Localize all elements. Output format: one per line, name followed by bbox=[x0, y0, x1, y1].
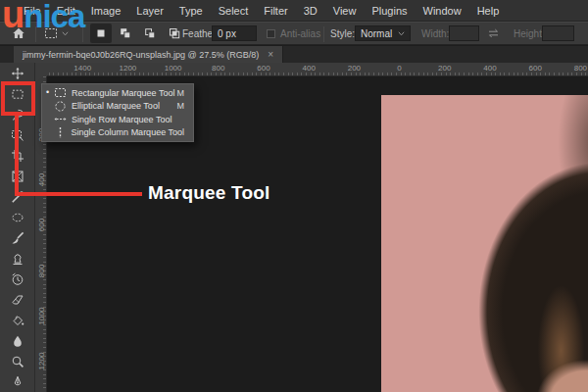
ruler-corner bbox=[35, 63, 47, 76]
vertical-ruler-label: 400 bbox=[37, 168, 46, 193]
style-label: Style: bbox=[330, 28, 355, 39]
document-tab-title: jimmy-fermin-bqe0J0b26RQ-unsplash.jpg @ … bbox=[23, 50, 259, 60]
flyout-item-label: Single Row Marquee Tool bbox=[72, 115, 172, 124]
horizontal-ruler-label: 400 bbox=[303, 64, 316, 73]
menu-bar: FileEditImageLayerTypeSelectFilter3DView… bbox=[0, 0, 588, 22]
swap-dimensions-icon[interactable] bbox=[487, 27, 500, 39]
chevron-down-icon bbox=[398, 31, 405, 36]
menu-item-select[interactable]: Select bbox=[211, 5, 257, 17]
selection-mode-buttons bbox=[90, 23, 185, 44]
horizontal-ruler-label: 1200 bbox=[119, 64, 136, 73]
flyout-item-shortcut: M bbox=[177, 88, 188, 98]
dodge-tool[interactable] bbox=[5, 351, 30, 371]
height-label: Height: bbox=[514, 28, 545, 39]
history-brush-tool[interactable] bbox=[5, 269, 30, 289]
flyout-item-single-column-marquee-tool[interactable]: Single Column Marquee Tool bbox=[42, 126, 193, 140]
horizontal-ruler-label: 600 bbox=[529, 64, 542, 73]
eraser-icon bbox=[11, 293, 24, 307]
paint-bucket-icon bbox=[11, 314, 24, 327]
width-label: Width: bbox=[421, 28, 449, 39]
tab-close-icon[interactable]: × bbox=[268, 49, 273, 60]
style-dropdown[interactable]: Normal bbox=[355, 25, 411, 41]
flyout-item-label: Single Column Marquee Tool bbox=[72, 127, 184, 137]
menu-item-layer[interactable]: Layer bbox=[128, 5, 172, 17]
watermark-letter-u: u bbox=[2, 0, 24, 35]
vertical-ruler-label: 600 bbox=[37, 213, 46, 238]
flyout-item-elliptical-marquee-tool[interactable]: Elliptical Marquee ToolM bbox=[42, 100, 193, 114]
width-input[interactable] bbox=[449, 25, 479, 41]
horizontal-ruler-label: 200 bbox=[438, 64, 451, 73]
subtract-from-selection-icon bbox=[144, 27, 156, 39]
eraser-tool[interactable] bbox=[5, 289, 30, 310]
pen-tool[interactable] bbox=[5, 371, 30, 392]
add-to-selection-button[interactable] bbox=[115, 24, 136, 43]
horizontal-ruler-label: 1000 bbox=[165, 64, 182, 73]
menu-item-view[interactable]: View bbox=[325, 5, 365, 17]
horizontal-ruler-label: 400 bbox=[483, 64, 496, 73]
marquee-tool-flyout-menu: •Rectangular Marquee ToolMElliptical Mar… bbox=[41, 83, 194, 142]
horizontal-ruler-label: 0 bbox=[397, 64, 401, 73]
menu-item-type[interactable]: Type bbox=[172, 5, 211, 17]
blur-icon bbox=[11, 334, 24, 348]
feather-input[interactable]: 0 px bbox=[212, 25, 257, 41]
style-value: Normal bbox=[361, 28, 392, 39]
rectangular-marquee-icon bbox=[54, 86, 67, 99]
single-column-marquee-icon bbox=[54, 126, 67, 139]
brush-icon bbox=[11, 231, 24, 245]
options-separator bbox=[323, 26, 324, 42]
menu-item-filter[interactable]: Filter bbox=[256, 5, 295, 17]
photoshop-window: FileEditImageLayerTypeSelectFilter3DView… bbox=[0, 0, 588, 392]
menu-item-plugins[interactable]: Plugins bbox=[364, 5, 415, 17]
blur-tool[interactable] bbox=[5, 330, 30, 351]
horizontal-ruler-label: 600 bbox=[257, 64, 270, 73]
anti-alias-checkbox[interactable] bbox=[267, 29, 275, 38]
spot-healing-tool[interactable] bbox=[5, 208, 30, 228]
menu-item-window[interactable]: Window bbox=[416, 5, 469, 17]
new-selection-icon bbox=[95, 27, 107, 39]
vertical-ruler-label: 800 bbox=[37, 258, 46, 283]
dodge-icon bbox=[11, 355, 24, 368]
new-selection-button[interactable] bbox=[90, 24, 112, 43]
menu-item-image[interactable]: Image bbox=[83, 5, 129, 17]
flyout-item-single-row-marquee-tool[interactable]: Single Row Marquee Tool bbox=[42, 113, 193, 126]
flyout-item-label: Rectangular Marquee Tool bbox=[72, 88, 174, 98]
height-input[interactable] bbox=[542, 25, 574, 41]
menu-bar-items: FileEditImageLayerTypeSelectFilter3DView… bbox=[16, 5, 507, 17]
document-tab[interactable]: jimmy-fermin-bqe0J0b26RQ-unsplash.jpg @ … bbox=[14, 46, 283, 63]
spot-healing-icon bbox=[11, 211, 24, 224]
intersect-selection-icon bbox=[169, 27, 180, 39]
unica-watermark-logo: unica bbox=[2, 0, 84, 36]
subtract-from-selection-button[interactable] bbox=[139, 24, 161, 43]
anti-alias-label: Anti-alias bbox=[280, 28, 320, 39]
menu-item-help[interactable]: Help bbox=[469, 5, 508, 17]
vertical-ruler-label: 1200 bbox=[37, 349, 46, 374]
brush-tool[interactable] bbox=[5, 228, 30, 249]
paint-bucket-tool[interactable] bbox=[5, 310, 30, 330]
history-brush-icon bbox=[11, 272, 24, 286]
document-image[interactable] bbox=[381, 95, 588, 392]
elliptical-marquee-icon bbox=[54, 100, 67, 113]
flyout-item-label: Elliptical Marquee Tool bbox=[72, 101, 160, 111]
add-to-selection-icon bbox=[120, 27, 131, 39]
single-row-marquee-icon bbox=[54, 113, 67, 125]
selected-tool-bullet: • bbox=[46, 88, 54, 97]
move-icon bbox=[11, 67, 24, 80]
horizontal-ruler-label: 200 bbox=[348, 64, 361, 73]
horizontal-ruler-label: 1400 bbox=[74, 64, 91, 73]
clone-stamp-icon bbox=[11, 252, 24, 266]
menu-item-3d[interactable]: 3D bbox=[296, 5, 325, 17]
flyout-item-rectangular-marquee-tool[interactable]: •Rectangular Marquee ToolM bbox=[42, 86, 193, 100]
clone-stamp-tool[interactable] bbox=[5, 248, 30, 269]
annotation-highlight-box bbox=[1, 81, 35, 116]
horizontal-ruler-label: 800 bbox=[212, 64, 224, 73]
tool-options-bar: Feather: 0 px Anti-alias Style: Normal W… bbox=[0, 22, 588, 45]
annotation-line-horizontal bbox=[15, 192, 142, 196]
annotation-label: Marquee Tool bbox=[148, 182, 270, 204]
annotation-line-vertical bbox=[15, 115, 19, 194]
document-tab-bar: jimmy-fermin-bqe0J0b26RQ-unsplash.jpg @ … bbox=[0, 46, 588, 63]
flyout-item-shortcut: M bbox=[177, 101, 188, 111]
watermark-letters-nica: nica bbox=[24, 0, 84, 34]
horizontal-ruler-label: 800 bbox=[574, 64, 587, 73]
pen-icon bbox=[11, 375, 24, 389]
vertical-ruler-label: 1000 bbox=[37, 303, 46, 328]
